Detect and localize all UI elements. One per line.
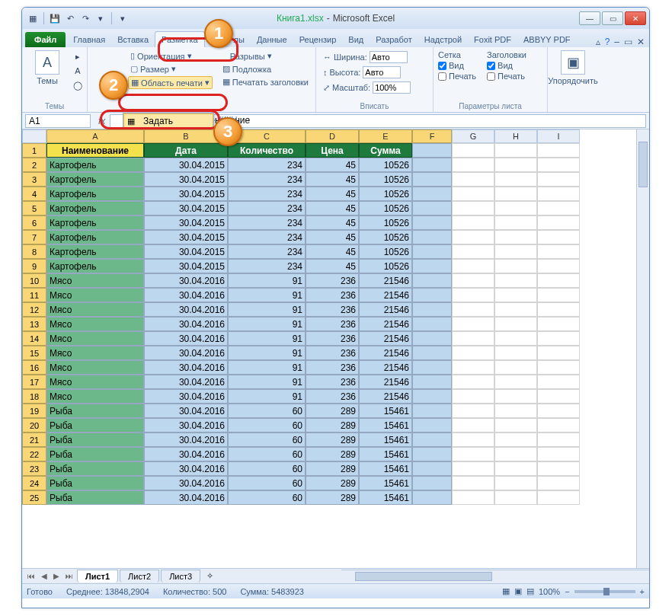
cell[interactable]: 60 — [228, 447, 306, 461]
cell[interactable]: Мясо — [46, 389, 144, 404]
cell[interactable] — [537, 404, 580, 418]
sheet-tab-2[interactable]: Лист2 — [120, 570, 159, 582]
cell[interactable] — [452, 490, 494, 505]
orientation-button[interactable]: ▯Ориентация ▾ — [128, 50, 213, 62]
cell[interactable]: 10526 — [359, 244, 412, 259]
cell[interactable]: 60 — [228, 461, 306, 476]
redo-icon[interactable]: ↷ — [79, 12, 91, 24]
cell[interactable]: Мясо — [46, 346, 144, 360]
header-cell[interactable]: Сумма — [359, 143, 412, 158]
head-print-check[interactable]: Печать — [487, 72, 526, 81]
cell[interactable]: 30.04.2016 — [144, 447, 228, 461]
cell[interactable]: 30.04.2016 — [144, 461, 228, 476]
tab-addins[interactable]: Надстрой — [418, 32, 468, 47]
doc-close-icon[interactable]: ✕ — [637, 37, 645, 47]
header-cell[interactable]: Дата — [144, 143, 228, 158]
cell[interactable]: Рыба — [46, 490, 144, 505]
row-header[interactable]: 12 — [22, 302, 46, 317]
cell[interactable]: Картофель — [46, 172, 144, 187]
cell[interactable] — [537, 461, 580, 476]
cell[interactable] — [494, 432, 537, 447]
breaks-button[interactable]: ⎯Разрывы ▾ — [220, 50, 311, 62]
cell[interactable] — [537, 288, 580, 302]
cell[interactable]: 236 — [306, 331, 359, 346]
tab-data[interactable]: Данные — [251, 32, 293, 47]
header-cell[interactable]: Цена — [306, 143, 359, 158]
doc-min-icon[interactable]: – — [614, 37, 619, 47]
tab-nav-prev[interactable]: ◀ — [39, 572, 50, 580]
cell[interactable]: 30.04.2016 — [144, 389, 228, 404]
background-button[interactable]: ▨Подложка — [220, 63, 311, 75]
cell[interactable] — [412, 288, 452, 302]
row-header[interactable]: 13 — [22, 317, 46, 331]
cell[interactable] — [452, 389, 494, 404]
tab-nav-last[interactable]: ⏭ — [63, 572, 75, 580]
cell[interactable]: Рыба — [46, 447, 144, 461]
help-icon[interactable]: ? — [605, 37, 610, 47]
cell[interactable]: 10526 — [359, 230, 412, 244]
cell[interactable]: 289 — [306, 447, 359, 461]
cell[interactable]: 30.04.2016 — [144, 273, 228, 288]
cell[interactable]: 289 — [306, 418, 359, 432]
cell[interactable]: 91 — [228, 273, 306, 288]
cell[interactable] — [412, 331, 452, 346]
horizontal-scrollbar[interactable] — [341, 570, 649, 582]
col-header[interactable]: I — [537, 129, 580, 143]
cell[interactable]: 45 — [306, 215, 359, 230]
cell[interactable] — [537, 230, 580, 244]
cell[interactable] — [494, 360, 537, 375]
cell[interactable] — [412, 273, 452, 288]
tab-nav-first[interactable]: ⏮ — [25, 572, 37, 580]
cell[interactable] — [452, 172, 494, 187]
row-header[interactable]: 24 — [22, 476, 46, 490]
maximize-button[interactable] — [602, 11, 623, 25]
cell[interactable]: 289 — [306, 404, 359, 418]
cell[interactable] — [494, 259, 537, 273]
dropdown-set[interactable]: ▦Задать — [123, 113, 213, 129]
cell[interactable]: 289 — [306, 476, 359, 490]
row-header[interactable]: 1 — [22, 143, 46, 158]
cell[interactable]: 234 — [228, 187, 306, 201]
cell[interactable]: 236 — [306, 288, 359, 302]
cell[interactable]: 10526 — [359, 215, 412, 230]
cell[interactable] — [452, 244, 494, 259]
cell[interactable] — [412, 187, 452, 201]
cell[interactable]: 60 — [228, 404, 306, 418]
cell[interactable]: 91 — [228, 302, 306, 317]
cell[interactable]: 30.04.2016 — [144, 490, 228, 505]
cell[interactable]: 45 — [306, 259, 359, 273]
cell[interactable]: 91 — [228, 346, 306, 360]
cell[interactable]: 21546 — [359, 360, 412, 375]
fx-icon[interactable]: fx — [94, 116, 110, 126]
cell[interactable] — [494, 215, 537, 230]
row-header[interactable]: 9 — [22, 259, 46, 273]
cell[interactable]: 21546 — [359, 317, 412, 331]
save-icon[interactable]: 💾 — [49, 12, 61, 24]
cell[interactable]: 236 — [306, 317, 359, 331]
cell[interactable]: 30.04.2016 — [144, 317, 228, 331]
cell[interactable]: Рыба — [46, 432, 144, 447]
view-normal-icon[interactable]: ▦ — [502, 586, 510, 596]
cell[interactable] — [494, 143, 537, 158]
cell[interactable] — [452, 158, 494, 172]
cell[interactable]: 30.04.2015 — [144, 244, 228, 259]
cell[interactable]: 234 — [228, 158, 306, 172]
cell[interactable]: 30.04.2016 — [144, 418, 228, 432]
header-cell[interactable]: Наименование — [46, 143, 144, 158]
cell[interactable] — [494, 158, 537, 172]
cell[interactable] — [452, 317, 494, 331]
cell[interactable]: 10526 — [359, 158, 412, 172]
cell[interactable] — [537, 375, 580, 389]
cell[interactable]: Картофель — [46, 215, 144, 230]
tab-view[interactable]: Вид — [342, 32, 370, 47]
cell[interactable] — [412, 230, 452, 244]
cell[interactable]: 60 — [228, 418, 306, 432]
cell[interactable]: 15461 — [359, 432, 412, 447]
cell[interactable] — [494, 389, 537, 404]
cell[interactable] — [537, 201, 580, 215]
effects-icon[interactable]: ◯ — [72, 79, 84, 91]
vertical-scrollbar[interactable] — [636, 129, 649, 568]
colors-icon[interactable]: ▸ — [72, 50, 84, 62]
cell[interactable] — [452, 288, 494, 302]
tab-nav-next[interactable]: ▶ — [51, 572, 62, 580]
